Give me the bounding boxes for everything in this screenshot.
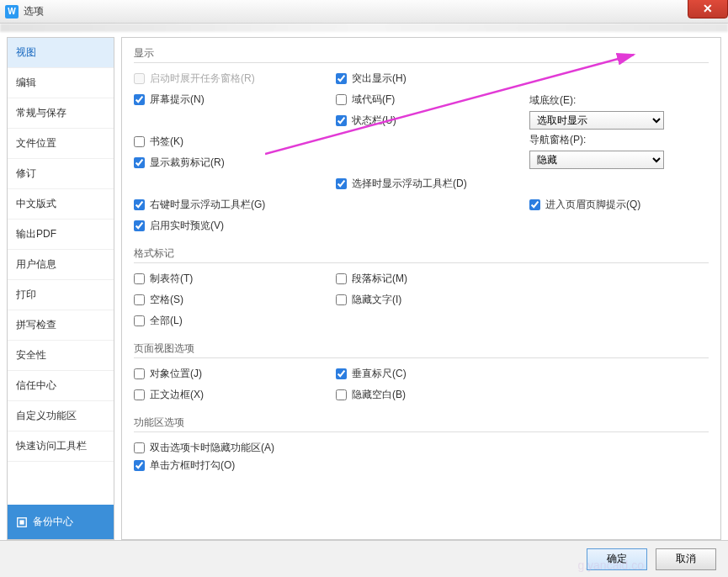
checkbox-option: 启动时展开任务窗格(R) <box>134 70 327 87</box>
checkbox-option[interactable]: 单击方框时打勾(O) <box>134 457 709 474</box>
checkbox[interactable] <box>134 94 145 105</box>
group-heading: 格式标记 <box>134 246 709 263</box>
checkbox[interactable] <box>336 115 347 126</box>
checkbox-option[interactable]: 隐藏空白(B) <box>336 386 521 404</box>
checkbox-label: 显示裁剪标记(R) <box>150 156 225 170</box>
checkbox-label: 书签(K) <box>150 135 183 149</box>
cancel-button[interactable]: 取消 <box>656 548 716 570</box>
field-shading-select[interactable]: 选取时显示 <box>529 111 664 130</box>
checkbox[interactable] <box>134 389 145 400</box>
checkbox[interactable] <box>134 273 145 284</box>
checkbox-option[interactable]: 正文边框(X) <box>134 386 327 404</box>
checkbox-option[interactable]: 隐藏文字(I) <box>336 291 521 309</box>
checkbox-option[interactable]: 对象位置(J) <box>134 365 327 383</box>
group-heading: 功能区选项 <box>134 416 709 432</box>
checkbox-label: 域代码(F) <box>352 93 395 107</box>
checkbox[interactable] <box>336 73 347 84</box>
sidebar-item[interactable]: 打印 <box>8 280 114 310</box>
group-heading: 页面视图选项 <box>134 341 709 358</box>
field-shading-label: 域底纹(E): <box>529 93 681 108</box>
group-ribbon: 功能区选项 双击选项卡时隐藏功能区(A)单击方框时打勾(O) <box>134 416 709 474</box>
sidebar-list: 视图编辑常规与保存文件位置修订中文版式输出PDF用户信息打印拼写检查安全性信任中… <box>8 38 114 505</box>
app-icon: W <box>5 5 19 19</box>
checkbox-option[interactable]: 书签(K) <box>134 133 327 151</box>
checkbox-label: 屏幕提示(N) <box>150 93 205 107</box>
checkbox-option[interactable]: 突出显示(H) <box>336 70 521 87</box>
checkbox[interactable] <box>336 94 347 105</box>
checkbox-label: 空格(S) <box>150 293 183 307</box>
checkbox[interactable] <box>134 199 145 210</box>
checkbox-label: 状态栏(U) <box>352 114 396 128</box>
checkbox-label: 右键时显示浮动工具栏(G) <box>150 198 265 212</box>
checkbox-option[interactable]: 启用实时预览(V) <box>134 217 327 235</box>
checkbox[interactable] <box>134 460 145 471</box>
dialog-footer: g.yancald.co 确定 取消 <box>0 540 728 577</box>
checkbox[interactable] <box>134 220 145 231</box>
checkbox[interactable] <box>134 368 145 379</box>
checkbox-label: 单击方框时打勾(O) <box>150 458 235 473</box>
close-button[interactable]: ✕ <box>688 0 728 19</box>
checkbox[interactable] <box>336 273 347 284</box>
checkbox-option[interactable]: 右键时显示浮动工具栏(G) <box>134 196 327 214</box>
sidebar-item[interactable]: 常规与保存 <box>8 98 114 129</box>
checkbox-option[interactable]: 双击选项卡时隐藏功能区(A) <box>134 439 709 457</box>
sidebar-item[interactable]: 用户信息 <box>8 250 114 280</box>
checkbox[interactable] <box>336 294 347 305</box>
checkbox-label: 隐藏空白(B) <box>352 388 406 402</box>
checkbox[interactable] <box>134 442 145 453</box>
checkbox-label: 隐藏文字(I) <box>352 293 401 307</box>
checkbox-option[interactable]: 段落标记(M) <box>336 270 521 288</box>
sidebar-item[interactable]: 拼写检查 <box>8 310 114 341</box>
checkbox-label: 正文边框(X) <box>150 388 204 402</box>
sidebar-item[interactable]: 信任中心 <box>8 371 114 401</box>
window-title: 选项 <box>24 4 44 19</box>
checkbox-option[interactable]: 显示裁剪标记(R) <box>134 154 327 172</box>
checkbox[interactable] <box>134 315 145 326</box>
ok-button[interactable]: 确定 <box>587 548 647 570</box>
checkbox[interactable] <box>134 294 145 305</box>
sidebar-item[interactable]: 快速访问工具栏 <box>8 431 114 462</box>
checkbox-option[interactable]: 全部(L) <box>134 312 327 330</box>
content-panel: 显示 启动时展开任务窗格(R)突出显示(H)域底纹(E):选取时显示导航窗格(P… <box>121 37 721 540</box>
sidebar-item[interactable]: 修订 <box>8 159 114 189</box>
sidebar: 视图编辑常规与保存文件位置修订中文版式输出PDF用户信息打印拼写检查安全性信任中… <box>7 37 114 540</box>
checkbox-option[interactable]: 选择时显示浮动工具栏(D) <box>336 175 521 193</box>
checkbox-option[interactable]: 域代码(F) <box>336 91 521 109</box>
checkbox[interactable] <box>134 157 145 168</box>
sidebar-item[interactable]: 编辑 <box>8 68 114 98</box>
checkbox-label: 启动时展开任务窗格(R) <box>150 71 255 86</box>
nav-pane-label: 导航窗格(P): <box>529 133 681 147</box>
checkbox-label: 启用实时预览(V) <box>150 219 224 233</box>
checkbox-option[interactable]: 屏幕提示(N) <box>134 91 327 109</box>
decorative-strip <box>0 24 728 32</box>
backup-center-button[interactable]: 备份中心 <box>8 505 114 539</box>
checkbox-option[interactable]: 进入页眉页脚提示(Q) <box>529 196 681 214</box>
checkbox-label: 全部(L) <box>150 314 183 328</box>
checkbox[interactable] <box>134 136 145 147</box>
checkbox-option[interactable]: 空格(S) <box>134 291 327 309</box>
checkbox[interactable] <box>336 368 347 379</box>
checkbox[interactable] <box>336 389 347 400</box>
checkbox-option[interactable]: 制表符(T) <box>134 270 327 288</box>
sidebar-item[interactable]: 视图 <box>8 38 114 68</box>
sidebar-item[interactable]: 中文版式 <box>8 189 114 220</box>
svg-rect-1 <box>19 520 24 524</box>
sidebar-item[interactable]: 文件位置 <box>8 129 114 159</box>
checkbox-label: 双击选项卡时隐藏功能区(A) <box>150 441 274 455</box>
checkbox-label: 垂直标尺(C) <box>352 367 407 381</box>
checkbox[interactable] <box>529 199 540 210</box>
backup-icon <box>16 516 28 528</box>
sidebar-item[interactable]: 自定义功能区 <box>8 401 114 431</box>
checkbox-label: 选择时显示浮动工具栏(D) <box>352 177 467 191</box>
backup-label: 备份中心 <box>33 515 73 529</box>
group-marks: 格式标记 制表符(T)段落标记(M)空格(S)隐藏文字(I)全部(L) <box>134 246 709 330</box>
titlebar: W 选项 ✕ <box>0 0 728 24</box>
sidebar-item[interactable]: 输出PDF <box>8 220 114 250</box>
checkbox-label: 段落标记(M) <box>352 272 407 286</box>
checkbox-label: 对象位置(J) <box>150 367 202 381</box>
checkbox[interactable] <box>336 178 347 189</box>
checkbox-option[interactable]: 状态栏(U) <box>336 112 521 130</box>
nav-pane-select[interactable]: 隐藏 <box>529 151 664 169</box>
checkbox-option[interactable]: 垂直标尺(C) <box>336 365 521 383</box>
sidebar-item[interactable]: 安全性 <box>8 341 114 371</box>
